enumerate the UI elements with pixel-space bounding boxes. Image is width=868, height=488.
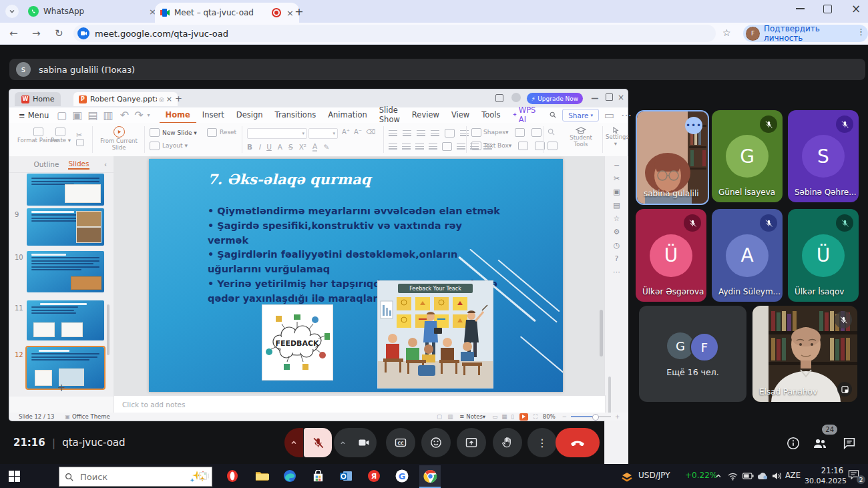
add-slide-button[interactable]: +: [9, 382, 114, 394]
currency-ticker[interactable]: USD/JPY: [638, 471, 670, 480]
mic-options-chevron-icon[interactable]: [284, 428, 303, 457]
zoom-in-button[interactable]: +: [615, 413, 620, 420]
pip-icon[interactable]: [837, 382, 852, 397]
text-direction-button[interactable]: [445, 129, 455, 138]
wifi-icon[interactable]: [726, 471, 738, 481]
slide-canvas[interactable]: 7. Əks-əlaqə qurmaq • Qiymətləndirmə mey…: [149, 159, 563, 392]
window-minimize-button[interactable]: [796, 8, 805, 9]
captions-button[interactable]: CC: [386, 428, 415, 457]
panel-scrollbar[interactable]: [107, 304, 110, 355]
task-view-button[interactable]: [195, 468, 211, 484]
text-frame-button[interactable]: [515, 128, 525, 137]
search-input[interactable]: [79, 471, 162, 483]
ribbon-tab-tools[interactable]: Tools: [475, 107, 506, 122]
participant-tile-sebine[interactable]: S Səbinə Qəhre...: [788, 110, 859, 202]
align-left-button[interactable]: [389, 144, 397, 150]
reading-view-icon[interactable]: ▯: [511, 413, 514, 420]
address-bar[interactable]: meet.google.com/qta-jvuc-oad: [73, 25, 716, 42]
window-maximize-button[interactable]: [823, 5, 832, 13]
ribbon-tab-insert[interactable]: Insert: [196, 107, 230, 122]
upgrade-button[interactable]: ⚡Upgrade Now: [527, 93, 583, 104]
fit-slide-icon[interactable]: ⛶: [533, 413, 537, 421]
workspace-scrollbar[interactable]: [600, 310, 603, 356]
wps-new-doc-button[interactable]: +: [175, 93, 182, 103]
strikethrough-button[interactable]: S: [288, 143, 293, 151]
wps-close-button[interactable]: ×: [618, 93, 624, 102]
slide-thumbnail-8[interactable]: [27, 174, 104, 206]
from-current-slide-button[interactable]: From Current Slide: [97, 126, 140, 152]
quick-open-icon[interactable]: ▢: [57, 109, 67, 121]
present-button[interactable]: [457, 428, 486, 457]
slides-tab[interactable]: Slides: [68, 160, 89, 170]
handout-icon[interactable]: ▥: [447, 413, 453, 420]
comment-icon[interactable]: ▭: [604, 109, 614, 121]
shape-pane-icon[interactable]: ▤: [605, 201, 628, 210]
font-size-select[interactable]: ▾: [308, 128, 338, 139]
ribbon-tab-review[interactable]: Review: [406, 107, 445, 122]
clear-format-icon[interactable]: ⌫: [366, 128, 375, 136]
slideshow-play-button[interactable]: [519, 413, 528, 421]
sidebar-scrollbar[interactable]: [608, 377, 611, 417]
history-icon[interactable]: ◷: [605, 241, 628, 250]
find-button[interactable]: [548, 128, 555, 136]
underline-button[interactable]: U: [266, 143, 272, 151]
highlight-button[interactable]: ✎: [323, 143, 329, 151]
justify-button[interactable]: [429, 144, 437, 150]
line-spacing-button[interactable]: [460, 130, 469, 137]
paste-button[interactable]: Paste ▾: [51, 126, 71, 144]
quick-save-icon[interactable]: ▣: [72, 109, 82, 121]
ribbon-tab-design[interactable]: Design: [230, 107, 269, 122]
help-icon[interactable]: ?: [605, 254, 628, 263]
chrome-icon-active[interactable]: [419, 465, 441, 488]
tab-search-chevron-icon[interactable]: [5, 5, 19, 18]
quick-print-icon[interactable]: ▤: [87, 109, 97, 121]
reload-button[interactable]: ↻: [55, 27, 63, 39]
opera-icon[interactable]: [224, 468, 240, 484]
yandex-icon[interactable]: Я: [366, 468, 382, 484]
font-color-button[interactable]: A: [312, 142, 317, 152]
outline-tab[interactable]: Outline: [33, 160, 59, 168]
start-button[interactable]: [5, 467, 23, 485]
wps-maximize-button[interactable]: [606, 93, 613, 101]
google-icon[interactable]: G: [394, 468, 410, 484]
more-options-button[interactable]: ⋮: [527, 428, 557, 457]
adjust-icon[interactable]: ⚙: [605, 228, 628, 236]
forward-button[interactable]: →: [32, 27, 41, 39]
tray-chevron-icon[interactable]: [713, 471, 724, 481]
tile-options-icon[interactable]: •••: [685, 117, 702, 134]
quick-preview-icon[interactable]: ▥: [103, 109, 114, 121]
copy-icon[interactable]: [76, 139, 84, 146]
zoom-level[interactable]: 80%: [543, 413, 556, 420]
more-toolbar-icon[interactable]: ⋯: [621, 109, 632, 121]
onedrive-icon[interactable]: [756, 471, 769, 481]
spellcheck-icon[interactable]: ▢: [437, 413, 442, 420]
slide-thumbnail-10[interactable]: [27, 251, 104, 292]
grid-view-icon[interactable]: ▦: [501, 413, 507, 420]
wps-account-avatar[interactable]: [511, 93, 521, 102]
align-center-button[interactable]: [402, 144, 411, 150]
picture-button[interactable]: [518, 142, 528, 150]
collapse-sidebar-icon[interactable]: ─: [605, 161, 628, 170]
notes-toggle[interactable]: ≡ Notes ▾: [459, 413, 485, 420]
bookmark-star-icon[interactable]: ☆: [722, 27, 731, 38]
overflow-tile[interactable]: G F Ещё 16 чел.: [639, 306, 746, 402]
edge-icon[interactable]: [282, 468, 298, 484]
currency-change[interactable]: +0.22%: [685, 471, 717, 480]
participant-tile-elsad[interactable]: Elsad Panahov: [752, 306, 857, 402]
store-icon[interactable]: [310, 468, 326, 484]
normal-view-icon[interactable]: ▭: [492, 413, 497, 420]
battery-icon[interactable]: [741, 471, 754, 481]
notification-center-icon[interactable]: 2: [848, 469, 863, 483]
doc-close-icon[interactable]: ×: [166, 95, 172, 103]
distribute-button[interactable]: [457, 144, 465, 150]
align-right-button[interactable]: [415, 144, 424, 150]
slide-thumbnail-11[interactable]: [27, 300, 104, 340]
participant-tile-ulker-esgerova[interactable]: Ü Ülkər Əsgərova: [636, 209, 706, 302]
reactions-button[interactable]: [421, 428, 451, 457]
end-call-button[interactable]: [556, 428, 600, 457]
raise-hand-button[interactable]: [493, 428, 522, 457]
ribbon-search-icon[interactable]: [544, 107, 562, 122]
wps-menu-button[interactable]: ≡ Menu: [19, 111, 49, 120]
new-slide-button[interactable]: New Slide ▾: [150, 128, 197, 137]
italic-button[interactable]: I: [258, 143, 260, 151]
